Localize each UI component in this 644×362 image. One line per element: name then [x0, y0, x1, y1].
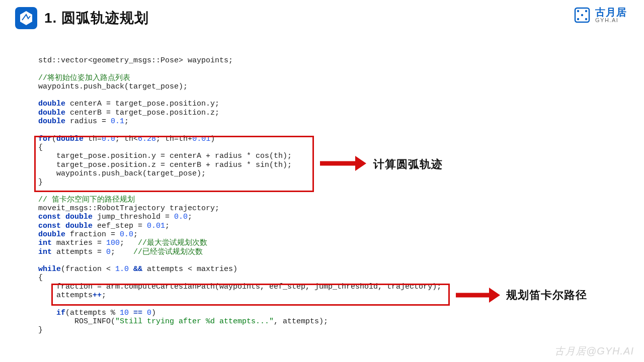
brand-name-en: GYH.AI [595, 18, 627, 24]
annotation-cartesian: 规划笛卡尔路径 [506, 288, 587, 303]
arrow-1 [320, 160, 365, 167]
svg-point-1 [577, 10, 579, 12]
brand-name-cn: 古月居 [595, 7, 627, 18]
brand-icon [573, 6, 591, 24]
slide-header: 1. 圆弧轨迹规划 [0, 0, 644, 32]
svg-point-5 [581, 14, 583, 16]
svg-point-3 [577, 18, 579, 20]
brand-logo: 古月居 GYH.AI [573, 6, 627, 24]
logo-icon [15, 7, 37, 29]
highlight-compute-path [51, 284, 450, 306]
page-title: 1. 圆弧轨迹规划 [44, 9, 149, 28]
annotation-arc: 计算圆弧轨迹 [373, 157, 443, 172]
arrow-2 [456, 292, 499, 299]
highlight-arc-loop [34, 136, 314, 192]
svg-point-4 [585, 18, 587, 20]
watermark: 古月居@GYH.AI [554, 344, 634, 358]
svg-point-2 [585, 10, 587, 12]
